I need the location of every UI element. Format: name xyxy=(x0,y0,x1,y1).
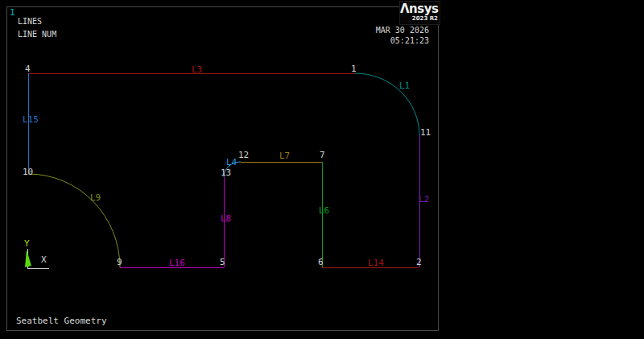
line-label-L2: L2 xyxy=(419,194,429,205)
keypoint-label-12: 12 xyxy=(238,150,249,160)
geometry-plot[interactable]: L3L1L2L15L9L16L8L4L7L6L14124567910111213… xyxy=(0,0,644,339)
line-label-L3: L3 xyxy=(192,64,202,75)
ansys-logo-version: 2023 R2 xyxy=(400,15,440,22)
date-label: MAR 30 2026 xyxy=(376,26,429,35)
ansys-logo: Λnsys 2023 R2 xyxy=(399,1,440,25)
keypoint-label-11: 11 xyxy=(420,127,431,138)
keypoint-label-10: 10 xyxy=(23,167,33,177)
line-label-L9: L9 xyxy=(90,192,101,203)
plot-mode-label: LINES xyxy=(18,17,42,26)
line-label-L1: L1 xyxy=(399,81,410,91)
keypoint-label-5: 5 xyxy=(220,257,225,267)
keypoint-label-6: 6 xyxy=(318,257,324,267)
line-label-L14: L14 xyxy=(368,258,384,268)
line-label-L6: L6 xyxy=(319,205,329,216)
plot-title: Seatbelt Geometry xyxy=(16,316,107,325)
keypoint-label-1: 1 xyxy=(351,64,357,74)
triad-x-label: X xyxy=(41,254,47,265)
line-label-L7: L7 xyxy=(279,151,290,161)
line-L9[interactable] xyxy=(28,174,120,267)
plot-submode-label: LINE NUM xyxy=(18,30,56,39)
keypoint-label-2: 2 xyxy=(416,257,422,267)
line-label-L8: L8 xyxy=(221,213,231,224)
keypoint-label-13: 13 xyxy=(221,167,231,178)
keypoint-label-9: 9 xyxy=(117,257,122,267)
time-label: 05:21:23 xyxy=(390,36,429,45)
line-label-L16: L16 xyxy=(169,258,185,268)
triad-origin-marker-icon xyxy=(25,250,31,267)
window-number: 1 xyxy=(10,8,15,17)
ansys-graphics-screen: L3L1L2L15L9L16L8L4L7L6L14124567910111213… xyxy=(0,0,644,339)
ansys-logo-brand: Λnsys xyxy=(400,2,440,15)
keypoint-label-7: 7 xyxy=(320,150,325,160)
date-time-block: MAR 30 202605:21:23 xyxy=(376,25,429,46)
triad-y-label: Y xyxy=(24,238,30,249)
line-label-L15: L15 xyxy=(23,114,39,125)
line-label-L4: L4 xyxy=(226,157,237,167)
keypoint-label-4: 4 xyxy=(25,64,31,74)
